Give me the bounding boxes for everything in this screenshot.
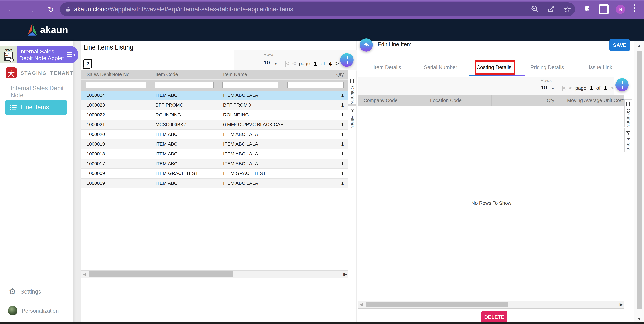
browser-menu-icon[interactable] xyxy=(634,4,636,12)
detail-rows-label: Rows xyxy=(540,78,552,83)
url-text[interactable]: akaun.cloud/#/applets/tnt/wavelet/erp/in… xyxy=(74,6,293,13)
page-vertical-scrollbar[interactable]: ▲ ▼ xyxy=(634,41,644,324)
cell-name: BFF PROMO xyxy=(218,102,283,108)
table-row[interactable]: 1000019ITEM ABCITEM ABC LALA1 xyxy=(82,140,348,149)
table-row[interactable]: 1000018ITEM ABCITEM ABC LALA1 xyxy=(82,149,348,159)
scroll-right-icon[interactable]: ▶ xyxy=(344,271,347,277)
duplicate-pages-icon[interactable]: 2 xyxy=(84,59,92,68)
browser-toolbar: ← → ↻ akaun.cloud/#/applets/tnt/wavelet/… xyxy=(0,0,644,18)
cell-qty: 1 xyxy=(283,161,348,166)
personalization-avatar xyxy=(8,306,17,316)
col-header-qty[interactable]: Qty xyxy=(492,95,558,106)
cell-no: 1000023 xyxy=(82,102,150,108)
browser-reload-icon[interactable]: ↻ xyxy=(45,1,57,17)
table-row[interactable]: 1000009ITEM GRACE TESTITEM GRACE TEST1 xyxy=(82,169,348,178)
table-row[interactable]: 1000009ITEM ABCITEM ABC LALA1 xyxy=(82,178,348,188)
bookmark-star-icon[interactable]: ☆ xyxy=(561,3,573,15)
scroll-down-icon[interactable]: ▼ xyxy=(634,317,644,322)
screen: ← → ↻ akaun.cloud/#/applets/tnt/wavelet/… xyxy=(0,0,644,324)
akaun-logo-icon xyxy=(27,23,38,36)
collapse-menu-icon[interactable] xyxy=(67,51,76,59)
filters-tool-tab[interactable]: Filters xyxy=(348,105,356,131)
tab-item-details[interactable]: Item Details xyxy=(361,61,414,74)
zoom-out-icon[interactable] xyxy=(529,3,541,15)
browser-profile-avatar[interactable]: N xyxy=(616,4,625,14)
next-page-icon[interactable]: > xyxy=(336,60,338,67)
line-items-table: Sales DebitNote No Item Code Item Name Q… xyxy=(82,70,348,278)
prev-page-icon[interactable]: < xyxy=(292,60,295,67)
table-row[interactable]: 1000022ROUNDINGROUNDING1 xyxy=(82,110,348,120)
table-row[interactable]: 1000021MCSC006BKZ6 MM² CU/PVC BLACK CABL… xyxy=(82,120,348,130)
detail-horizontal-scrollbar[interactable]: ◀ ▶ xyxy=(358,301,624,308)
table-row[interactable]: 1000024ITEM ABCITEM ABC LALA1 xyxy=(82,91,348,100)
col-header-sales-debitnote-no[interactable]: Sales DebitNote No xyxy=(82,70,150,79)
filter-input-item-name[interactable] xyxy=(222,82,279,88)
scrollbar-thumb[interactable] xyxy=(89,272,233,277)
grid-view-button[interactable] xyxy=(340,53,354,67)
sidebar-item-line-items[interactable]: Line Items xyxy=(5,100,67,115)
detail-pagination: |< < page 1 of 1 > >| xyxy=(562,85,620,91)
filter-input-item-code[interactable] xyxy=(155,82,214,88)
scrollbar-thumb[interactable] xyxy=(366,302,508,307)
detail-grid-view-button[interactable] xyxy=(616,78,629,91)
share-icon[interactable] xyxy=(545,3,557,15)
col-header-item-name[interactable]: Item Name xyxy=(218,70,283,79)
tab-costing-details[interactable]: Costing Details xyxy=(467,61,520,74)
detail-first-page-icon[interactable]: |< xyxy=(562,85,566,91)
tab-issue-link[interactable]: Issue Link xyxy=(574,61,627,74)
sidebar-item-settings[interactable]: ⚙ Settings xyxy=(9,288,41,296)
col-header-moving-average-unit-cost[interactable]: Moving Average Unit Cost xyxy=(558,95,624,106)
tab-pricing-details[interactable]: Pricing Details xyxy=(520,61,574,74)
grid-icon xyxy=(619,81,626,89)
cell-name: 6 MM² CU/PVC BLACK CABLE 1... xyxy=(218,122,283,127)
sidebar-item-personalization[interactable]: Personalization xyxy=(8,306,59,316)
list-icon xyxy=(10,104,17,110)
detail-title: Edit Line Item xyxy=(378,41,412,48)
of-word: of xyxy=(321,61,325,66)
col-header-item-code[interactable]: Item Code xyxy=(150,70,218,79)
col-header-location-code[interactable]: Location Code xyxy=(425,95,492,106)
scroll-up-icon[interactable]: ▲ xyxy=(634,43,644,48)
detail-page-total: 1 xyxy=(604,85,607,91)
detail-prev-page-icon[interactable]: < xyxy=(569,85,572,91)
table-row[interactable]: 1000017ITEM ABCITEM ABC LALA1 xyxy=(82,159,348,169)
columns-icon xyxy=(350,79,354,83)
applet-name-line2: Debit Note Applet xyxy=(19,55,64,61)
detail-columns-tool-tab[interactable]: Columns xyxy=(624,99,632,127)
tab-serial-number[interactable]: Serial Number xyxy=(414,61,467,74)
back-button[interactable] xyxy=(360,38,373,51)
gear-icon: ⚙ xyxy=(9,288,16,296)
detail-next-page-icon[interactable]: > xyxy=(610,85,613,91)
extensions-puzzle-icon[interactable] xyxy=(582,3,594,15)
sidebar-item-label: Line Items xyxy=(21,104,49,111)
filter-input-qty[interactable] xyxy=(287,82,344,88)
side-panel-icon[interactable] xyxy=(598,3,610,15)
first-page-icon[interactable]: |< xyxy=(285,60,288,67)
scrollbar-thumb[interactable] xyxy=(637,51,642,309)
col-header-company-code[interactable]: Company Code xyxy=(358,95,425,106)
scroll-left-icon[interactable]: ◀ xyxy=(83,271,86,277)
cell-no: 1000020 xyxy=(82,132,150,137)
sidebar: DEBIT DEBIT Note. – Internal Sales Debit… xyxy=(0,41,73,324)
browser-back-icon[interactable]: ← xyxy=(6,1,18,17)
delete-button[interactable]: DELETE xyxy=(481,311,507,323)
table-row[interactable]: 1000020ITEM ABCITEM ABC LALA1 xyxy=(82,130,348,140)
browser-forward-icon[interactable]: → xyxy=(25,1,37,17)
table-row[interactable]: 1000023BFF PROMOBFF PROMO1 xyxy=(82,100,348,110)
detail-rows-per-page-select[interactable]: 10 ▼ xyxy=(540,84,556,92)
akaun-logo: akaun xyxy=(27,23,68,36)
scroll-left-icon[interactable]: ◀ xyxy=(360,302,363,307)
columns-tool-tab[interactable]: Columns xyxy=(348,76,356,105)
detail-filters-tool-tab[interactable]: Filters xyxy=(624,128,632,152)
address-bar[interactable]: akaun.cloud/#/applets/tnt/wavelet/erp/in… xyxy=(60,2,575,16)
scroll-right-icon[interactable]: ▶ xyxy=(620,302,623,307)
rows-per-page-select[interactable]: 10 ▼ xyxy=(264,60,279,67)
col-header-qty[interactable]: Qty xyxy=(283,70,348,79)
save-button[interactable]: SAVE xyxy=(610,39,630,51)
rows-label: Rows xyxy=(264,52,274,57)
tenant-logo-icon: 大 xyxy=(6,67,17,78)
horizontal-scrollbar[interactable]: ◀ ▶ xyxy=(82,270,348,278)
applet-banner[interactable]: Internal Sales Debit Note Applet xyxy=(16,46,78,63)
active-tab-underline xyxy=(469,75,525,76)
filter-input-sales-debitnote-no[interactable] xyxy=(86,82,146,88)
